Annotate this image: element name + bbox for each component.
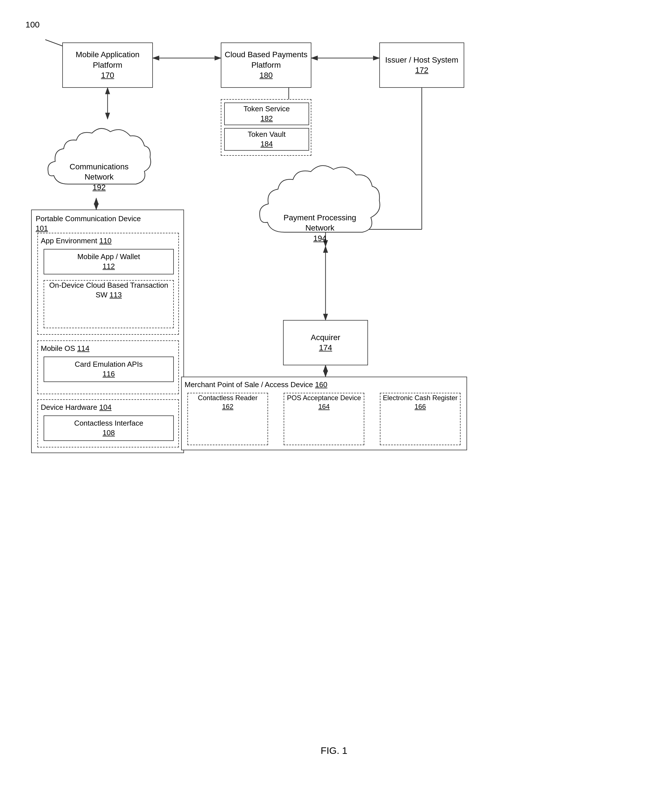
app-environment-box: App Environment 110 Mobile App / Wallet … xyxy=(37,233,179,335)
issuer-host-label: Issuer / Host System xyxy=(385,55,458,65)
token-services-container: Token Service 182 Token Vault 184 xyxy=(221,99,312,156)
payment-processing-network-id: 194 xyxy=(313,234,327,243)
cloud-based-payments-label: Cloud Based Payments Platform xyxy=(221,50,311,70)
device-hardware-id: 104 xyxy=(99,403,111,411)
issuer-host-id: 172 xyxy=(415,65,428,75)
card-emulation-apis-id: 116 xyxy=(102,369,115,379)
acquirer-box: Acquirer 174 xyxy=(283,320,368,365)
on-device-cloud-id: 113 xyxy=(110,291,122,299)
token-vault-box: Token Vault 184 xyxy=(224,128,309,150)
token-vault-id: 184 xyxy=(260,139,273,149)
token-service-id: 182 xyxy=(260,114,273,123)
on-device-cloud-box: On-Device Cloud Based Transaction SW 113 xyxy=(44,280,174,328)
ref-label-100: 100 xyxy=(26,20,40,29)
figure-label: FIG. 1 xyxy=(321,745,347,756)
contactless-reader-id: 162 xyxy=(222,403,233,410)
token-service-box: Token Service 182 xyxy=(224,102,309,125)
issuer-host-system-box: Issuer / Host System 172 xyxy=(379,42,464,88)
acquirer-id: 174 xyxy=(319,343,332,353)
mobile-application-platform-id: 170 xyxy=(101,70,115,81)
electronic-cash-register-id: 166 xyxy=(414,403,426,410)
cloud-based-payments-platform-box: Cloud Based Payments Platform 180 xyxy=(221,42,312,88)
cloud-based-payments-id: 180 xyxy=(260,70,273,81)
portable-device-label: Portable Communication Device101 xyxy=(36,214,179,233)
diagram-container: 100 xyxy=(23,17,645,768)
payment-processing-network-cloud: Payment ProcessingNetwork194 xyxy=(258,156,382,249)
contactless-interface-id: 108 xyxy=(102,428,115,438)
app-environment-label: App Environment 110 xyxy=(41,236,176,246)
app-environment-id: 110 xyxy=(99,236,111,245)
mobile-os-id: 114 xyxy=(77,344,89,352)
device-hardware-box: Device Hardware 104 Contactless Interfac… xyxy=(37,399,179,448)
pos-acceptance-box: POS Acceptance Device 164 xyxy=(284,393,364,445)
communications-network-cloud: CommunicationsNetwork192 xyxy=(45,119,153,198)
card-emulation-apis-box: Card Emulation APIs 116 xyxy=(44,357,174,382)
device-hardware-label: Device Hardware 104 xyxy=(41,403,176,412)
mobile-app-wallet-box: Mobile App / Wallet 112 xyxy=(44,249,174,275)
pos-acceptance-id: 164 xyxy=(318,403,330,410)
portable-device-box: Portable Communication Device101 App Env… xyxy=(31,210,184,453)
merchant-pos-label: Merchant Point of Sale / Access Device 1… xyxy=(184,380,464,390)
mobile-application-platform-label: Mobile Application Platform xyxy=(63,50,152,70)
acquirer-label: Acquirer xyxy=(311,333,340,343)
merchant-pos-box: Merchant Point of Sale / Access Device 1… xyxy=(181,377,467,450)
communications-network-label: CommunicationsNetwork192 xyxy=(69,162,129,192)
mobile-application-platform-box: Mobile Application Platform 170 xyxy=(62,42,153,88)
mobile-app-wallet-id: 112 xyxy=(102,262,115,271)
contactless-reader-box: Contactless Reader162 xyxy=(187,393,268,445)
payment-processing-network-label: Payment ProcessingNetwork194 xyxy=(284,213,356,244)
electronic-cash-register-box: Electronic Cash Register166 xyxy=(380,393,460,445)
contactless-interface-box: Contactless Interface 108 xyxy=(44,416,174,441)
communications-network-id: 192 xyxy=(92,183,106,192)
portable-device-id: 101 xyxy=(36,224,48,233)
mobile-os-label: Mobile OS 114 xyxy=(41,344,176,353)
mobile-os-box: Mobile OS 114 Card Emulation APIs 116 xyxy=(37,340,179,394)
merchant-pos-id: 160 xyxy=(315,380,327,389)
